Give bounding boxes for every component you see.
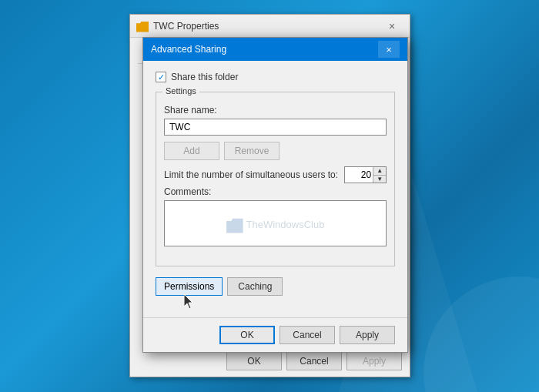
bg-bottom-bar: OK Cancel Apply xyxy=(226,352,402,370)
dialog-bottom: OK Cancel Apply xyxy=(143,317,407,352)
limit-spinner[interactable]: ▲ ▼ xyxy=(344,166,387,183)
remove-button[interactable]: Remove xyxy=(224,142,280,160)
dialog-close-button[interactable]: × xyxy=(378,41,400,58)
dialog-apply-button[interactable]: Apply xyxy=(340,326,395,344)
permissions-button-wrapper: Permissions xyxy=(156,277,223,296)
caching-button[interactable]: Caching xyxy=(227,277,283,296)
permissions-button[interactable]: Permissions xyxy=(156,277,223,296)
spinner-buttons: ▲ ▼ xyxy=(373,167,386,183)
bg-ok-button[interactable]: OK xyxy=(226,352,282,370)
comments-textarea[interactable] xyxy=(164,200,387,246)
svg-marker-0 xyxy=(184,294,192,309)
bg-window-title: TWC Properties xyxy=(153,21,370,32)
bg-window-titlebar: TWC Properties × xyxy=(130,15,410,38)
checkbox-check-icon: ✓ xyxy=(158,73,165,82)
bg-cancel-button[interactable]: Cancel xyxy=(286,352,342,370)
add-remove-row: Add Remove xyxy=(164,142,387,160)
dialog-titlebar: Advanced Sharing × xyxy=(143,38,407,61)
limit-label: Limit the number of simultaneous users t… xyxy=(164,169,338,180)
share-folder-checkbox[interactable]: ✓ xyxy=(156,72,166,82)
comments-container: TheWindowsClub xyxy=(164,200,387,249)
limit-value-input[interactable] xyxy=(345,167,373,183)
settings-legend: Settings xyxy=(162,86,199,95)
dialog-title: Advanced Sharing xyxy=(151,44,372,55)
dialog-ok-button[interactable]: OK xyxy=(219,326,275,344)
permissions-caching-row: Permissions Caching xyxy=(156,277,395,296)
bg-apply-button: Apply xyxy=(346,352,402,370)
dialog-body: ✓ Share this folder Settings Share name:… xyxy=(143,61,407,317)
share-name-input[interactable] xyxy=(164,119,387,136)
folder-icon xyxy=(136,20,149,32)
share-folder-row: ✓ Share this folder xyxy=(156,72,395,82)
advanced-sharing-dialog: Advanced Sharing × ✓ Share this folder S… xyxy=(142,37,408,353)
mouse-cursor-icon xyxy=(184,294,195,310)
spinner-down-button[interactable]: ▼ xyxy=(373,175,386,183)
share-name-label: Share name: xyxy=(164,105,387,116)
add-button[interactable]: Add xyxy=(164,142,219,160)
share-folder-label: Share this folder xyxy=(171,72,238,82)
settings-group: Settings Share name: Add Remove Limit th… xyxy=(156,92,395,266)
comments-label: Comments: xyxy=(164,186,387,197)
spinner-up-button[interactable]: ▲ xyxy=(373,167,386,175)
bg-close-button[interactable]: × xyxy=(374,15,410,38)
dialog-cancel-button[interactable]: Cancel xyxy=(280,326,335,344)
limit-row: Limit the number of simultaneous users t… xyxy=(164,166,387,183)
